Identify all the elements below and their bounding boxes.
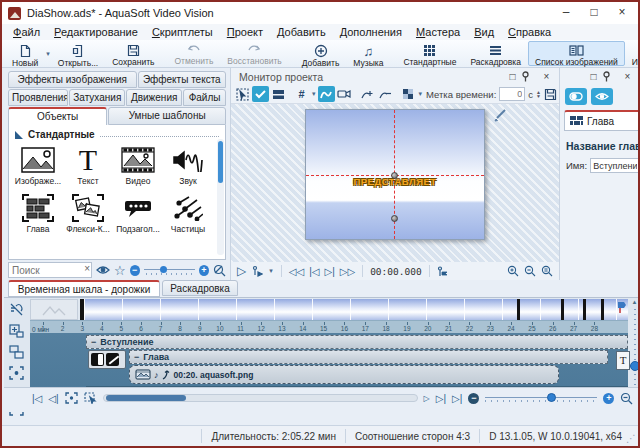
vertical-zoom-thumb[interactable] (630, 361, 640, 371)
go-first-button[interactable]: |◁ (32, 393, 42, 404)
filmstrip-cells[interactable] (84, 299, 628, 320)
properties-pin-icon[interactable] (602, 71, 619, 82)
captions-toggle-icon[interactable] (9, 303, 24, 317)
hscroll-thumb[interactable] (106, 395, 186, 401)
objects-scrollbar[interactable] (217, 139, 224, 255)
monitor-zoom-out-icon[interactable] (524, 265, 536, 277)
timeline-zoom-slider[interactable] (485, 392, 597, 404)
camera-pan-icon[interactable] (336, 86, 353, 102)
background-pattern-icon[interactable] (400, 86, 417, 102)
music-button[interactable]: ♫ Музыка (346, 41, 390, 66)
chapter-name-input[interactable] (590, 158, 640, 173)
storyboard-view-button[interactable]: Раскадровка (463, 41, 528, 66)
timeline-zoom-in-button[interactable]: + (603, 393, 614, 404)
tab-objects[interactable]: Объекты (8, 107, 107, 126)
arrange-tracks-icon[interactable] (9, 345, 24, 359)
menu-item[interactable]: Скриптлеты (145, 26, 220, 38)
object-item-chapter[interactable]: Глава (13, 192, 63, 234)
image-list-button[interactable]: Список изображений (528, 41, 625, 66)
intro-track-bar[interactable]: − Вступление (86, 335, 628, 349)
scroll-right-icon[interactable]: ▷ (424, 394, 430, 403)
chapter-track-bar[interactable]: − Глава (129, 350, 608, 364)
zoom-reset-icon[interactable] (213, 264, 226, 277)
track-link-icon[interactable] (106, 353, 119, 366)
scroll-up-icon[interactable]: ▲ (632, 299, 638, 305)
timestamp-input[interactable] (499, 87, 525, 101)
go-prev-button[interactable]: ◁| (48, 393, 58, 404)
standard-view-button[interactable]: Стандартные (396, 41, 463, 66)
maximize-button[interactable]: □ (580, 2, 608, 23)
text-clip[interactable]: T (616, 351, 630, 370)
select-tool-icon[interactable] (234, 86, 251, 102)
tab-fades[interactable]: Затухания (69, 89, 125, 106)
play-button[interactable]: ▷ (237, 264, 246, 278)
menu-item[interactable]: Дополнения (333, 26, 409, 38)
tab-motions[interactable]: Движения (126, 89, 182, 106)
tab-text-effects[interactable]: Эффекты текста (138, 71, 226, 88)
object-item-sound[interactable]: Звук (163, 144, 213, 186)
grid-dropdown-icon[interactable]: ▾ (312, 90, 316, 98)
resize-grip-icon[interactable]: ⋰ (626, 433, 636, 444)
timeline-magnifier-icon[interactable] (620, 392, 633, 405)
preview-eye-icon[interactable] (96, 265, 110, 275)
slider-thumb[interactable] (160, 266, 167, 273)
center-handle[interactable] (391, 172, 398, 179)
collapse-icon[interactable]: − (134, 352, 139, 362)
properties-close-button[interactable]: × (619, 71, 636, 82)
image-clip[interactable]: ♪ 00:20. aquasoft.png (129, 365, 559, 384)
path-handle[interactable] (391, 215, 398, 222)
close-button[interactable]: × (608, 2, 636, 23)
menu-item[interactable]: Вид (467, 26, 501, 38)
scrollbar-thumb[interactable] (218, 141, 223, 183)
menu-item[interactable]: Файл (6, 26, 47, 38)
next-frame-button[interactable]: ▷| (324, 266, 334, 277)
monitor-close-button[interactable]: × (538, 71, 555, 82)
minimize-button[interactable]: – (552, 2, 580, 23)
add-track-icon[interactable] (9, 324, 24, 338)
object-item-flexi-collage[interactable]: Флекси-К... (63, 192, 113, 234)
new-dropdown-icon[interactable]: ▾ (46, 50, 50, 58)
timestamp-spinner[interactable]: ▲▼ (536, 90, 541, 98)
menu-item[interactable]: Справка (501, 26, 558, 38)
add-button[interactable]: Добавить (295, 41, 347, 66)
tab-storyboard-bottom[interactable]: Раскадровка (162, 280, 238, 296)
snapshot-save-icon[interactable] (542, 86, 559, 102)
undo-button[interactable]: Отменить (167, 41, 220, 66)
object-item-particles[interactable]: Частицы (163, 192, 213, 234)
tab-smart-templates[interactable]: Умные шаблоны (108, 107, 226, 125)
select-range-icon[interactable] (84, 392, 97, 404)
tab-reveals[interactable]: Проявления (8, 89, 68, 106)
properties-restore-button[interactable]: □ (585, 71, 602, 82)
visibility-eye-button[interactable] (591, 88, 613, 105)
preview-canvas[interactable]: ПРЕДСТАВЛЯЕТ (305, 109, 485, 240)
menu-item[interactable]: Редактирование (47, 26, 145, 38)
pattern-dropdown-icon[interactable]: ▾ (419, 90, 423, 98)
play-from-here-button[interactable] (251, 265, 263, 277)
play-options-dropdown-icon[interactable]: ▾ (269, 267, 273, 275)
motion-path-button[interactable] (318, 86, 335, 102)
collapse-icon[interactable]: − (91, 337, 96, 347)
edit-pencil-icon[interactable] (493, 108, 507, 122)
timeline-ruler[interactable]: 0 мин 1234567891011121314151617181920212… (30, 320, 628, 333)
curve-add-icon[interactable] (359, 86, 376, 102)
monitor-restore-button[interactable]: □ (504, 71, 521, 82)
tab-files[interactable]: Файлы (183, 89, 226, 106)
tab-chapter[interactable]: Глава (564, 110, 640, 131)
section-standard[interactable]: Стандартные (9, 125, 225, 142)
object-item-subtitle[interactable]: Подзагол... (113, 192, 163, 234)
monitor-zoom-in-icon[interactable] (507, 265, 519, 277)
monitor-pin-icon[interactable] (521, 71, 538, 82)
curve-remove-icon[interactable] (377, 86, 394, 102)
menu-item[interactable]: Добавить (270, 26, 333, 38)
skip-end-button[interactable]: ▷▷ (340, 266, 355, 277)
save-button[interactable]: Сохранить (105, 41, 161, 66)
search-input[interactable] (8, 262, 92, 278)
icon-size-slider[interactable] (144, 263, 195, 277)
track-mode-icon[interactable] (91, 353, 104, 366)
prev-frame-button[interactable]: |◁ (309, 266, 319, 277)
zoom-out-small-button[interactable]: − (130, 265, 140, 276)
search-clear-icon[interactable]: × (84, 263, 90, 274)
tools-button[interactable]: Инструменты (625, 41, 640, 66)
playhead-marker-icon[interactable] (617, 301, 627, 313)
track-type-buttons[interactable] (88, 350, 126, 369)
